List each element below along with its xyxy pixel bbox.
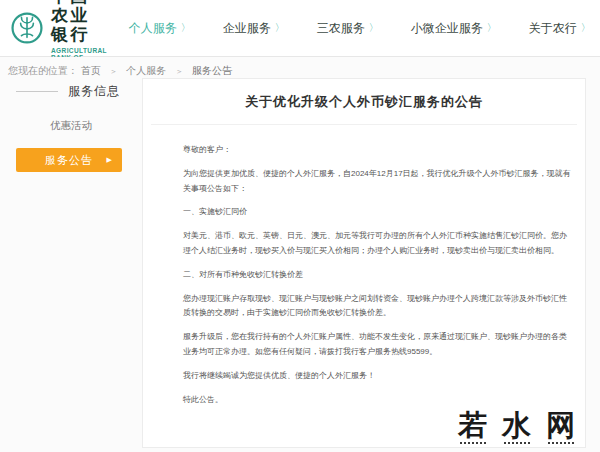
watermark-char: 网 (546, 410, 575, 444)
announcement-body: 尊敬的客户： 为向您提供更加优质、便捷的个人外汇服务，自2024年12月17日起… (143, 125, 585, 407)
breadcrumb-home[interactable]: 首页 (81, 65, 101, 76)
heading-section-2: 二、对所有币种免收钞汇转换价差 (183, 268, 571, 283)
announcement-card: 关于优化升级个人外币钞汇服务的公告 尊敬的客户： 为向您提供更加优质、便捷的个人… (142, 78, 586, 448)
watermark-char: 水 (502, 410, 531, 444)
chevron-right-icon: 〉 (181, 21, 191, 35)
breadcrumb-separator: ＞ (110, 67, 118, 76)
breadcrumb: 您现在的位置： 首页 ＞ 个人服务 ＞ 服务公告 (0, 57, 600, 78)
sidebar-item-announcements[interactable]: 服务公告 ▶ (16, 148, 122, 172)
sidebar: 服务信息 优惠活动 服务公告 ▶ (0, 83, 142, 172)
nav-item-about[interactable]: 关于农行 〉 (529, 20, 591, 37)
breadcrumb-prefix: 您现在的位置： (8, 65, 78, 76)
main-nav: 个人服务 〉 企业服务 〉 三农服务 〉 小微企业服务 〉 关于农行 〉 (129, 20, 591, 37)
breadcrumb-personal-services[interactable]: 个人服务 (126, 65, 166, 76)
abc-wheat-logo-icon (10, 11, 44, 45)
paragraph-section-1: 对美元、港币、欧元、英镑、日元、澳元、加元等我行可办理的所有个人外汇币种实施结售… (183, 229, 571, 259)
nav-item-personal[interactable]: 个人服务 〉 (129, 20, 191, 37)
watermark-subtext (548, 442, 574, 444)
announcement-title: 关于优化升级个人外币钞汇服务的公告 (143, 93, 585, 111)
nav-item-corporate[interactable]: 企业服务 〉 (223, 20, 285, 37)
paragraph-section-2: 您办理现汇账户存取现钞、现汇账户与现钞账户之间划转资金、现钞账户办理个人跨境汇款… (183, 292, 571, 322)
nav-item-rural[interactable]: 三农服务 〉 (317, 20, 379, 37)
paragraph-intro: 为向您提供更加优质、便捷的个人外汇服务，自2024年12月17日起，我行优化升级… (183, 167, 571, 197)
greeting: 尊敬的客户： (183, 143, 571, 158)
sidebar-title: 服务信息 (0, 83, 142, 100)
watermark-char: 若 (458, 410, 487, 444)
watermark: 若 水 网 (458, 410, 575, 444)
breadcrumb-separator: ＞ (175, 67, 183, 76)
paragraph-hereby: 特此公告。 (183, 393, 571, 408)
bank-name-cn: 中国农业银行 (51, 0, 107, 45)
heading-section-1: 一、实施钞汇同价 (183, 205, 571, 220)
watermark-subtext (460, 442, 486, 444)
play-arrow-icon: ▶ (107, 156, 113, 164)
chevron-right-icon: 〉 (487, 21, 497, 35)
chevron-right-icon: 〉 (581, 21, 591, 35)
nav-item-small-business[interactable]: 小微企业服务 〉 (411, 20, 497, 37)
watermark-subtext (504, 442, 530, 444)
chevron-right-icon: 〉 (275, 21, 285, 35)
sidebar-item-promotions[interactable]: 优惠活动 (0, 119, 142, 133)
divider-line (16, 91, 58, 92)
paragraph-closing: 我行将继续竭诚为您提供优质、便捷的个人外汇服务！ (183, 369, 571, 384)
chevron-right-icon: 〉 (369, 21, 379, 35)
paragraph-service-note: 服务升级后，您在我行持有的个人外汇账户属性、功能不发生变化，原来通过现汇账户、现… (183, 330, 571, 360)
breadcrumb-current: 服务公告 (192, 65, 232, 76)
header: 中国农业银行 AGRICULTURAL BANK OF CHINA 个人服务 〉… (0, 0, 600, 57)
main-area: 您现在的位置： 首页 ＞ 个人服务 ＞ 服务公告 服务信息 优惠活动 服务公告 … (0, 57, 600, 452)
